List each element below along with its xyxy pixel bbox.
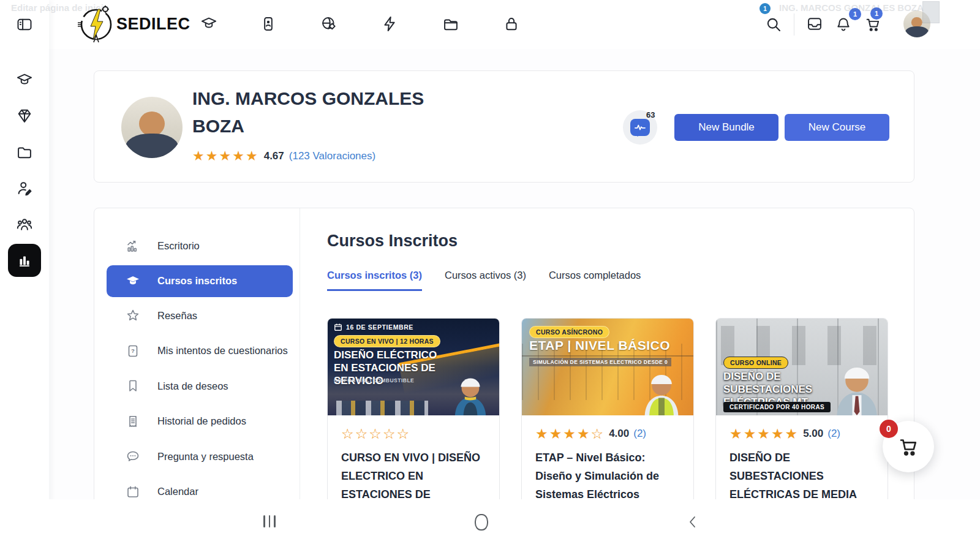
star-icon: ★ [757,426,771,442]
star-icon: ☆ [397,426,411,442]
course-stars: ★★★★☆ [535,426,605,441]
menu-item-cursos-inscritos[interactable]: Cursos inscritos [107,265,293,297]
star-icon: ☆ [341,426,355,442]
course-banner-image: 16 DE SEPTIEMBRE CURSO EN VIVO | 12 HORA… [328,319,499,415]
course-stars: ★★★★★ [729,426,799,441]
id-card-nav-icon[interactable] [260,15,277,32]
courses-main: Cursos Inscritos Cursos inscritos (3) Cu… [327,208,914,544]
rail-reports-active[interactable] [8,244,41,277]
new-course-button[interactable]: New Course [785,114,889,141]
menu-item-pregunta-respuesta[interactable]: Pregunta y respuesta [94,439,300,475]
banner-pill: CURSO EN VIVO | 12 HORAS [334,335,440,347]
star-icon: ★ [785,426,799,442]
lightning-nav-icon[interactable] [381,15,398,32]
header-divider [794,13,794,36]
star-outline-icon [126,308,140,323]
svg-text:?: ? [131,347,135,354]
menu-item-lista-deseos[interactable]: Lista de deseos [94,369,300,404]
back-button[interactable] [686,515,699,529]
quiz-question-icon: ? [126,344,140,358]
menu-label: Escritorio [157,240,200,252]
page-title: Cursos Inscritos [327,232,458,251]
banner-pill: CURSO ASÍNCRONO [529,326,609,338]
banner-pill: CURSO ONLINE [723,357,788,369]
star-icon: ★ [246,148,259,164]
course-banner-image: CURSO ONLINE DISEÑO DE SUBESTACIONES ELÉ… [716,319,888,415]
calendar-icon [334,323,342,331]
star-icon: ★ [744,426,758,442]
rail-files-folder-icon[interactable] [16,143,33,161]
brand-name: SEDILEC [116,15,190,34]
star-icon: ★ [771,426,785,442]
course-rating: ★★★★★ 5.00 (2) [729,426,874,441]
menu-label: Pregunta y respuesta [157,451,254,463]
course-stars: ☆☆☆☆☆ [341,426,410,441]
star-icon: ★ [535,426,549,442]
left-rail [0,0,49,544]
rating-count-link[interactable]: (123 Valoraciones) [289,150,375,162]
rating-value: 4.67 [264,150,284,162]
globe-settings-nav-icon[interactable] [320,15,337,32]
profile-rating: ★★★★★ 4.67 (123 Valoraciones) [192,149,375,163]
worker-illustration [636,357,687,415]
rail-community-users-icon[interactable] [16,216,33,233]
rail-membership-gem-icon[interactable] [16,107,33,124]
worker-illustration [827,346,886,415]
folder-nav-icon[interactable] [442,15,459,32]
star-icon: ☆ [383,426,397,442]
star-icon: ★ [232,148,246,164]
bookmark-icon [126,379,140,393]
course-banner-image: CURSO ASÍNCRONO ETAP | NIVEL BÁSICO SIMU… [522,319,693,415]
tab-cursos-completados[interactable]: Cursos completados [549,270,641,291]
menu-label: Historial de pedidos [157,415,246,427]
home-button[interactable] [475,514,488,531]
bar-chart-icon [17,252,32,268]
menu-item-escritorio[interactable]: Escritorio [94,229,300,264]
star-icon: ★ [577,426,591,442]
ai-count-badge: 63 [646,110,655,119]
order-history-receipt-icon [126,414,140,429]
lock-nav-icon[interactable] [503,15,520,32]
course-title[interactable]: ETAP – Nivel Básico: Diseño y Simulación… [535,448,680,504]
course-rating-count: (2) [633,428,646,440]
recents-button[interactable] [263,515,276,527]
rail-instructor-edit-icon[interactable] [16,179,33,197]
calendar-icon [126,485,140,499]
star-icon: ★ [549,426,564,442]
banner-date: 16 DE SEPTIEMBRE [334,323,413,331]
menu-item-historial-pedidos[interactable]: Historial de pedidos [94,404,300,439]
menu-item-intentos-cuestionarios[interactable]: ? Mis intentos de cuestionarios [94,333,300,369]
search-icon[interactable] [765,16,782,33]
course-card[interactable]: 16 DE SEPTIEMBRE CURSO EN VIVO | 12 HORA… [327,318,500,529]
inbox-icon[interactable] [806,15,823,32]
sidebar-toggle-icon[interactable] [16,16,33,33]
profile-name: ING. MARCOS GONZALES BOZA [192,85,462,140]
banner-date-text: 16 DE SEPTIEMBRE [346,323,413,331]
course-card[interactable]: CURSO ONLINE DISEÑO DE SUBESTACIONES ELÉ… [715,318,888,529]
app-window: Editar página de inicio ING. MARCOS GONZ… [0,0,980,544]
profile-card: ING. MARCOS GONZALES BOZA ★★★★★ 4.67 (12… [94,70,914,183]
star-icon: ☆ [369,426,383,442]
banner-heading: ETAP | NIVEL BÁSICO [529,338,670,353]
course-card[interactable]: CURSO ASÍNCRONO ETAP | NIVEL BÁSICO SIMU… [521,318,694,529]
tab-cursos-activos[interactable]: Cursos activos (3) [445,270,526,291]
courses-nav-icon[interactable] [200,15,217,32]
ai-pulse-icon [630,119,650,136]
menu-item-resenas[interactable]: Reseñas [94,298,300,334]
menu-label: Cursos inscritos [157,275,237,287]
course-title[interactable]: DISEÑO DE SUBESTACIONES ELÉCTRICAS DE ME… [729,448,874,504]
desk-analytics-icon [126,239,140,254]
course-rating-value: 4.00 [609,428,629,440]
menu-label: Lista de deseos [157,380,228,392]
menu-label: Reseñas [157,310,197,322]
qa-chat-icon [126,449,140,464]
star-icon: ☆ [591,426,605,442]
rail-courses-icon[interactable] [16,72,33,89]
tab-cursos-inscritos[interactable]: Cursos inscritos (3) [327,270,422,291]
course-card-body: ★★★★☆ 4.00 (2) ETAP – Nivel Básico: Dise… [522,415,693,510]
new-bundle-button[interactable]: New Bundle [674,114,778,141]
course-card-body: ★★★★★ 5.00 (2) DISEÑO DE SUBESTACIONES E… [716,415,888,510]
menu-label: Calendar [157,486,198,497]
notifications-bell-icon[interactable] [835,16,852,33]
course-rating-count: (2) [827,428,840,440]
